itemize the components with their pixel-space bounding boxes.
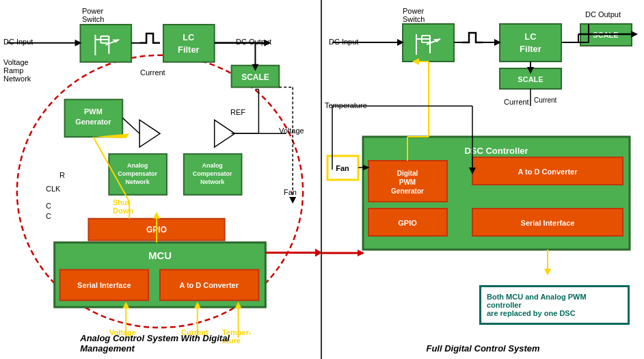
fan-label-left: Fan	[284, 188, 297, 196]
svg-text:Network: Network	[125, 178, 149, 185]
svg-marker-43	[139, 120, 160, 147]
svg-text:Compensator: Compensator	[118, 170, 157, 177]
svg-rect-11	[163, 25, 215, 62]
svg-text:LC: LC	[524, 31, 537, 42]
c2-label: C	[46, 212, 51, 220]
svg-text:Generator: Generator	[391, 187, 424, 195]
dc-input-label-left: DC Input	[3, 38, 33, 46]
power-switch-label-left: PowerSwitch	[82, 7, 104, 23]
svg-text:A to D Converter: A to D Converter	[518, 168, 578, 176]
right-title: Full Digital Control System	[426, 343, 539, 354]
svg-rect-76	[500, 24, 561, 62]
shutdown-label: ShutDown	[113, 198, 133, 215]
svg-marker-65	[315, 249, 321, 257]
main-container: LC Filter SCALE PWM Generator Analog Com…	[0, 0, 644, 359]
svg-text:MCU: MCU	[148, 250, 172, 262]
svg-text:A to D Converter: A to D Converter	[179, 281, 239, 289]
svg-text:Analog: Analog	[202, 162, 223, 169]
svg-text:Serial Interface: Serial Interface	[77, 281, 131, 289]
c1-label: C	[46, 202, 51, 210]
left-title: Analog Control System With Digital Manag…	[80, 333, 241, 354]
dc-output-label-right: DC Output	[585, 10, 621, 18]
svg-text:Compensator: Compensator	[193, 170, 232, 177]
dc-output-label-left: DC Output	[236, 38, 271, 46]
svg-text:Filter: Filter	[178, 44, 200, 55]
dc-input-label-right: DC Input	[329, 38, 358, 46]
svg-marker-51	[153, 212, 160, 219]
svg-marker-63	[289, 197, 296, 204]
svg-text:Filter: Filter	[520, 44, 541, 54]
note-text: Both MCU and Analog PWM controllerare re…	[487, 293, 587, 317]
svg-text:Network: Network	[200, 178, 224, 185]
temperature-label-right: Temperature	[325, 101, 367, 109]
svg-line-45	[122, 118, 139, 133]
svg-text:Fan: Fan	[336, 164, 349, 172]
left-panel: LC Filter SCALE PWM Generator Analog Com…	[0, 0, 322, 359]
svg-text:LC: LC	[183, 32, 194, 42]
note-box: Both MCU and Analog PWM controllerare re…	[479, 285, 630, 325]
svg-text:PWM: PWM	[399, 178, 416, 186]
svg-text:PWM: PWM	[84, 107, 103, 116]
svg-text:Serial Interface: Serial Interface	[521, 219, 575, 227]
current-label-right: Current	[504, 98, 529, 106]
svg-text:Generator: Generator	[75, 118, 111, 126]
svg-text:SCALE: SCALE	[518, 75, 543, 83]
svg-text:GPIO: GPIO	[398, 219, 417, 227]
svg-marker-124	[544, 269, 551, 276]
ref-label: REF	[230, 108, 245, 116]
voltage-right-label: Voltage	[279, 127, 304, 135]
clk-label: CLK	[46, 185, 60, 193]
svg-text:SCALE: SCALE	[241, 72, 269, 82]
r-label: R	[59, 171, 65, 179]
svg-text:Analog: Analog	[127, 162, 148, 169]
svg-text:Current: Current	[534, 96, 557, 104]
power-switch-label-right: PowerSwitch	[403, 7, 425, 23]
current-label-left: Current	[140, 68, 165, 77]
right-panel: LC Filter SCALE SCALE	[322, 0, 644, 359]
svg-text:DSC Controller: DSC Controller	[464, 146, 528, 156]
voltage-ramp-label: VoltageRampNetwork	[3, 58, 31, 83]
svg-text:Digital: Digital	[397, 170, 418, 177]
svg-marker-91	[631, 31, 638, 38]
